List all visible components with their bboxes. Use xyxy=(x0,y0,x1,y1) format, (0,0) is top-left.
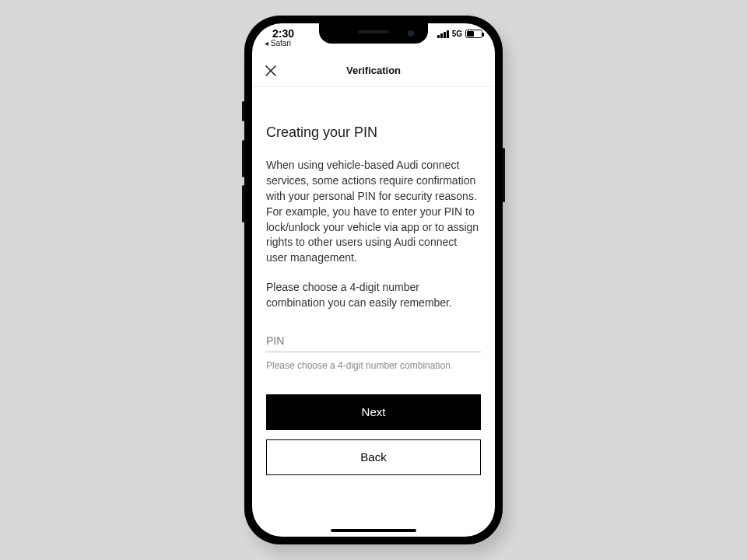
app-header: Verification xyxy=(252,54,495,87)
pin-input[interactable]: PIN xyxy=(266,334,481,352)
page-heading: Creating your PIN xyxy=(266,124,481,141)
page-body-1: When using vehicle-based Audi connect se… xyxy=(266,158,481,266)
next-button[interactable]: Next xyxy=(266,394,481,430)
back-button[interactable]: Back xyxy=(266,439,481,475)
network-label: 5G xyxy=(452,30,462,38)
phone-notch xyxy=(319,23,428,44)
front-camera xyxy=(408,30,414,37)
header-title: Verification xyxy=(346,65,401,76)
status-back-to-app[interactable]: ◂ Safari xyxy=(265,40,294,47)
page-content: Creating your PIN When using vehicle-bas… xyxy=(252,87,495,537)
close-button[interactable] xyxy=(263,63,279,79)
phone-frame: 2:30 ◂ Safari 5G Verification Creatin xyxy=(244,16,503,544)
battery-icon xyxy=(465,30,482,38)
home-indicator[interactable] xyxy=(331,529,416,532)
signal-bars-icon xyxy=(437,30,449,38)
status-time: 2:30 xyxy=(265,28,294,39)
button-group: Next Back xyxy=(266,394,481,475)
pin-hint: Please choose a 4-digit number combinati… xyxy=(266,360,481,371)
phone-side-button xyxy=(242,140,244,177)
phone-side-button xyxy=(242,185,244,222)
phone-screen: 2:30 ◂ Safari 5G Verification Creatin xyxy=(252,23,495,537)
speaker-slot xyxy=(358,30,389,33)
pin-input-label: PIN xyxy=(266,334,481,347)
close-icon xyxy=(265,65,276,76)
page-body-2: Please choose a 4-digit number combinati… xyxy=(266,280,481,311)
phone-side-button xyxy=(242,101,244,121)
phone-side-button xyxy=(503,148,505,202)
